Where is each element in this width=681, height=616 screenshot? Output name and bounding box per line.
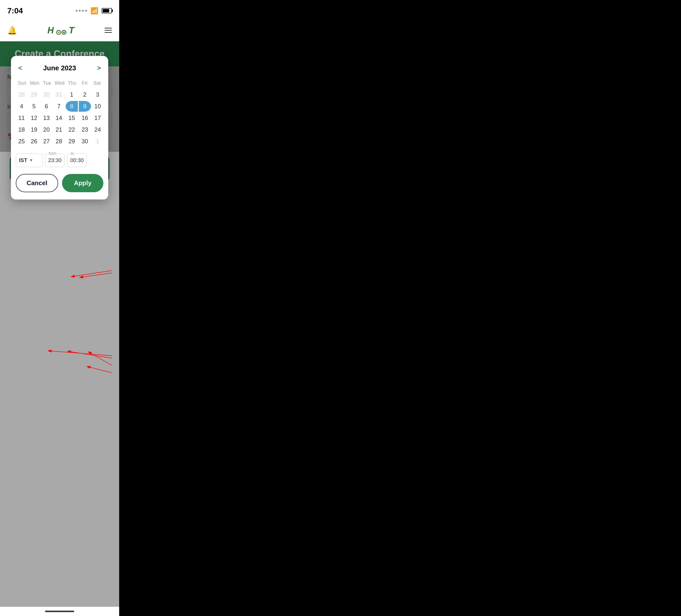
day-tue: Tue	[41, 79, 53, 87]
calendar-day-headers: Sun Mon Tue Wed Thu Fri Sat	[16, 79, 103, 87]
modal-overlay: < June 2023 > Sun Mon Tue Wed Thu Fri Sa…	[0, 41, 119, 607]
table-row[interactable]: 27	[41, 136, 52, 147]
table-row[interactable]: 25	[16, 136, 27, 147]
status-time: 7:04	[7, 6, 23, 15]
svg-line-1	[80, 273, 112, 277]
prev-month-button[interactable]: <	[16, 63, 25, 73]
signal-icon	[76, 10, 87, 12]
table-row[interactable]: 26	[29, 136, 40, 147]
table-row[interactable]: 19	[29, 124, 40, 135]
wifi-icon: 📶	[91, 7, 98, 15]
calendar-modal: < June 2023 > Sun Mon Tue Wed Thu Fri Sa…	[11, 56, 108, 199]
table-row[interactable]: 15	[67, 113, 77, 123]
table-row[interactable]: 30	[79, 136, 90, 147]
day-mon: Mon	[28, 79, 41, 87]
calendar-header: < June 2023 >	[16, 63, 103, 73]
svg-line-0	[72, 271, 112, 277]
day-sat: Sat	[91, 79, 103, 87]
svg-line-5	[87, 367, 112, 373]
home-indicator	[45, 611, 74, 612]
table-row[interactable]: 28	[53, 136, 64, 147]
table-row[interactable]: 23	[79, 124, 90, 135]
table-row[interactable]: 7	[53, 101, 64, 112]
modal-actions: Cancel Apply	[16, 174, 103, 192]
logo-eye-right	[61, 30, 67, 35]
table-row[interactable]: 21	[53, 124, 64, 135]
table-row[interactable]: 6	[41, 101, 52, 112]
bottom-bar	[0, 607, 119, 616]
menu-icon[interactable]	[105, 28, 112, 33]
apply-button[interactable]: Apply	[62, 174, 103, 192]
day-8-cell[interactable]: 8	[66, 101, 78, 112]
calendar-grid: 28 29 30 31 1 2 3 4 5 6 7 8 9 10 11	[16, 89, 103, 147]
to-time-value[interactable]: 00:30	[70, 157, 84, 163]
status-bar: 7:04 📶	[0, 0, 119, 20]
logo-eyes	[56, 30, 67, 35]
next-month-button[interactable]: >	[95, 63, 103, 73]
table-row[interactable]: 22	[67, 124, 77, 135]
table-row[interactable]: 11	[16, 113, 27, 123]
svg-line-4	[89, 352, 112, 365]
from-label: from	[48, 151, 57, 156]
table-row[interactable]: 16	[79, 113, 90, 123]
timezone-label: IST	[19, 157, 27, 164]
day-sun: Sun	[16, 79, 28, 87]
app-logo: H T	[47, 25, 74, 35]
table-row[interactable]: 28	[16, 89, 27, 100]
table-row[interactable]: 20	[41, 124, 52, 135]
table-row[interactable]: 29	[67, 136, 77, 147]
table-row[interactable]: 18	[16, 124, 27, 135]
page-content: Create a Conference Na inv Inv bi 📅 < Ju…	[0, 41, 119, 607]
table-row[interactable]: 1	[67, 89, 77, 100]
table-row[interactable]: 1	[92, 136, 103, 147]
table-row[interactable]: 5	[29, 101, 40, 112]
table-row[interactable]: 12	[29, 113, 40, 123]
table-row[interactable]: 2	[79, 89, 90, 100]
to-label: to	[70, 151, 75, 156]
svg-line-3	[68, 351, 112, 358]
app-header: 🔔 H T	[0, 20, 119, 41]
timezone-select[interactable]: IST ▼	[16, 153, 43, 167]
from-time-field[interactable]: from 23:30	[45, 153, 65, 167]
logo-eye-left	[56, 30, 61, 35]
to-time-field[interactable]: to 00:30	[67, 153, 87, 167]
battery-icon	[102, 8, 112, 14]
table-row[interactable]: 3	[92, 89, 103, 100]
table-row[interactable]: 14	[53, 113, 64, 123]
table-row[interactable]: 13	[41, 113, 52, 123]
table-row[interactable]: 24	[92, 124, 103, 135]
time-section: IST ▼ from 23:30 to 00:30	[16, 153, 103, 167]
table-row[interactable]: 31	[53, 89, 64, 100]
cancel-button[interactable]: Cancel	[16, 174, 58, 192]
background-black	[119, 0, 681, 616]
table-row[interactable]: 29	[29, 89, 40, 100]
table-row[interactable]: 17	[92, 113, 103, 123]
table-row[interactable]: 30	[41, 89, 52, 100]
table-row[interactable]: 4	[16, 101, 27, 112]
day-9-cell[interactable]: 9	[79, 101, 91, 112]
month-year-label: June 2023	[43, 64, 76, 72]
day-thu: Thu	[66, 79, 78, 87]
bell-icon[interactable]: 🔔	[7, 26, 17, 35]
status-icons: 📶	[76, 7, 112, 15]
svg-line-2	[49, 351, 112, 356]
table-row[interactable]: 10	[92, 101, 103, 112]
from-time-value[interactable]: 23:30	[48, 157, 61, 163]
day-wed: Wed	[53, 79, 66, 87]
day-fri: Fri	[78, 79, 91, 87]
dropdown-arrow-icon: ▼	[29, 158, 33, 163]
